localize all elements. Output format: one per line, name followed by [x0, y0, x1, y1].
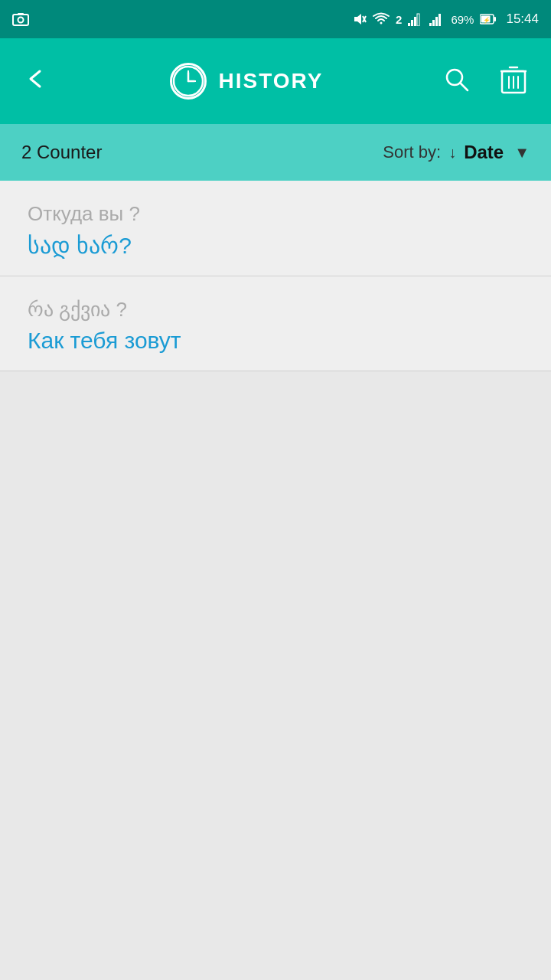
signal2-icon: [429, 12, 445, 26]
svg-rect-12: [435, 17, 438, 26]
status-bar-left: [12, 12, 29, 26]
sort-by-label: Sort by:: [383, 142, 441, 162]
svg-point-18: [174, 67, 203, 96]
svg-rect-6: [408, 23, 410, 26]
svg-rect-15: [494, 17, 497, 21]
counter-label: 2 Counter: [21, 142, 102, 163]
svg-text:⚡: ⚡: [483, 16, 491, 24]
svg-line-22: [461, 83, 468, 90]
status-bar-right: 2 69% ⚡ 15:44: [351, 11, 539, 27]
back-arrow-icon: [24, 68, 49, 90]
sort-direction-icon: ↓: [448, 144, 456, 162]
svg-rect-9: [417, 14, 419, 26]
toolbar-title: HISTORY: [219, 69, 324, 93]
mute-icon: [351, 12, 367, 26]
content-area: Откуда вы ? სად ხარ? რა გქვია ? Как тебя…: [0, 181, 551, 371]
delete-button[interactable]: [494, 59, 533, 103]
svg-rect-0: [13, 15, 28, 25]
trash-icon: [500, 65, 527, 94]
svg-rect-10: [429, 23, 432, 26]
history-translation-text: Как тебя зовут: [28, 328, 523, 354]
battery-icon: ⚡: [480, 14, 497, 24]
search-icon: [444, 67, 470, 93]
svg-rect-13: [439, 14, 441, 26]
dropdown-chevron-icon: ▼: [514, 144, 530, 162]
svg-rect-2: [18, 13, 24, 15]
svg-rect-7: [411, 20, 413, 26]
toolbar-title-group: HISTORY: [55, 63, 438, 100]
status-bar: 2 69% ⚡ 15:44: [0, 0, 551, 38]
signal-icon: [408, 12, 423, 26]
history-translation-text: სად ხარ?: [28, 232, 523, 259]
search-button[interactable]: [438, 60, 476, 102]
sort-value: Date: [464, 142, 504, 163]
history-source-text: Откуда вы ?: [28, 202, 523, 226]
svg-point-21: [447, 70, 462, 85]
history-source-text: რა გქვია ?: [28, 298, 523, 322]
notification-badge: 2: [396, 13, 402, 26]
sort-group[interactable]: Sort by: ↓ Date ▼: [383, 142, 530, 163]
screenshot-icon: [12, 12, 29, 26]
filter-bar: 2 Counter Sort by: ↓ Date ▼: [0, 124, 551, 181]
toolbar-actions: [438, 59, 533, 103]
clock-icon: [170, 63, 207, 100]
wifi-icon: [373, 12, 390, 26]
svg-rect-11: [432, 20, 435, 26]
battery-percent: 69%: [451, 13, 474, 26]
svg-marker-3: [354, 14, 361, 24]
svg-rect-8: [414, 17, 416, 26]
status-time: 15:44: [506, 11, 539, 27]
toolbar: HISTORY: [0, 38, 551, 124]
history-item[interactable]: რა გქვია ? Как тебя зовут: [0, 276, 551, 371]
svg-point-1: [18, 18, 24, 23]
back-button[interactable]: [18, 61, 55, 102]
history-item[interactable]: Откуда вы ? სად ხარ?: [0, 181, 551, 276]
